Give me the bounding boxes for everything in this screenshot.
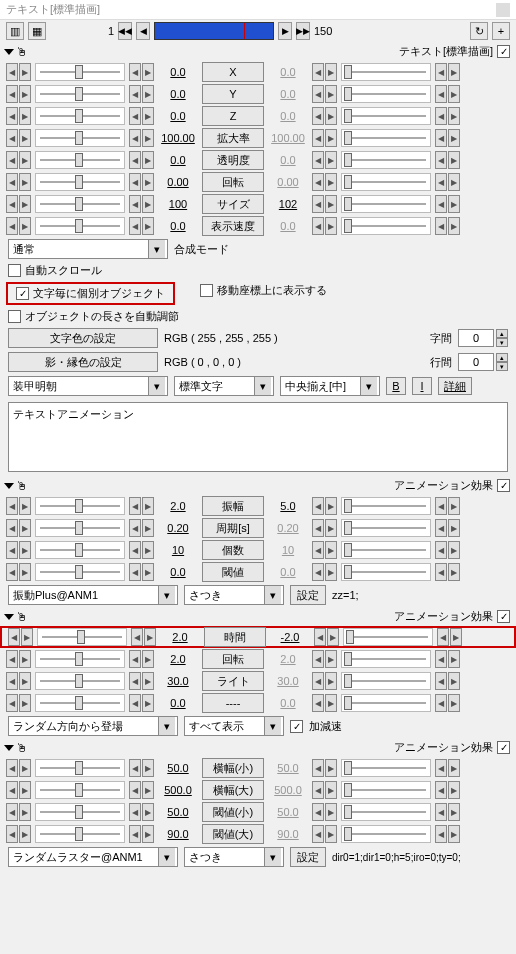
stepper-right[interactable]: ◀▶ <box>435 541 460 559</box>
slider-right[interactable] <box>341 151 431 169</box>
stepper-right-fine[interactable]: ◀▶ <box>312 107 337 125</box>
param-button[interactable]: ライト <box>202 671 264 691</box>
chartype-select[interactable]: 標準文字 <box>174 376 274 396</box>
slider-right[interactable] <box>341 650 431 668</box>
stepper-right-fine[interactable]: ◀▶ <box>312 519 337 537</box>
stepper-right[interactable]: ◀▶ <box>435 217 460 235</box>
value-left[interactable]: 90.0 <box>158 828 198 840</box>
value-right[interactable]: 0.0 <box>268 566 308 578</box>
param-button[interactable]: 透明度 <box>202 150 264 170</box>
section-text-enable[interactable] <box>497 45 510 58</box>
stepper-right-fine[interactable]: ◀▶ <box>312 173 337 191</box>
anim2-script-select[interactable]: ランダム方向から登場 <box>8 716 178 736</box>
spacing-input[interactable] <box>458 329 494 347</box>
stepper-right-fine[interactable]: ◀▶ <box>312 85 337 103</box>
stepper-right[interactable]: ◀▶ <box>435 803 460 821</box>
slider-left[interactable] <box>35 541 125 559</box>
param-button[interactable]: 横幅(大) <box>202 780 264 800</box>
value-right[interactable]: 0.20 <box>268 522 308 534</box>
value-right[interactable]: 0.0 <box>268 220 308 232</box>
slider-right[interactable] <box>341 541 431 559</box>
value-right[interactable]: 90.0 <box>268 828 308 840</box>
stepper-left-fine[interactable]: ◀▶ <box>129 825 154 843</box>
stepper-left-fine[interactable]: ◀▶ <box>129 85 154 103</box>
stepper-right[interactable]: ◀▶ <box>435 650 460 668</box>
anim3-settings-button[interactable]: 設定 <box>290 847 326 867</box>
stepper-right-fine[interactable]: ◀▶ <box>312 151 337 169</box>
param-button[interactable]: 横幅(小) <box>202 758 264 778</box>
stepper-right-fine[interactable]: ◀▶ <box>314 628 339 646</box>
param-button[interactable]: 周期[s] <box>202 518 264 538</box>
stepper-right[interactable]: ◀▶ <box>435 195 460 213</box>
stepper-left-fine[interactable]: ◀▶ <box>129 759 154 777</box>
param-button[interactable]: 表示速度 <box>202 216 264 236</box>
next-button[interactable]: ▶ <box>278 22 292 40</box>
collapse-icon[interactable] <box>4 49 14 55</box>
stepper-left-fine[interactable]: ◀▶ <box>129 173 154 191</box>
refresh-icon[interactable]: ↻ <box>470 22 488 40</box>
stepper-right-fine[interactable]: ◀▶ <box>312 129 337 147</box>
slider-left[interactable] <box>35 129 125 147</box>
param-button[interactable]: サイズ <box>202 194 264 214</box>
autolen-check[interactable] <box>8 310 21 323</box>
stepper-left[interactable]: ◀▶ <box>6 173 31 191</box>
slider-right[interactable] <box>341 563 431 581</box>
stepper-left[interactable]: ◀▶ <box>6 803 31 821</box>
value-left[interactable]: 2.0 <box>160 631 200 643</box>
value-right[interactable]: 102 <box>268 198 308 210</box>
stepper-left-fine[interactable]: ◀▶ <box>129 563 154 581</box>
anim1-settings-button[interactable]: 設定 <box>290 585 326 605</box>
stepper-left-fine[interactable]: ◀▶ <box>129 107 154 125</box>
value-left[interactable]: 100 <box>158 198 198 210</box>
value-left[interactable]: 0.0 <box>158 110 198 122</box>
slider-left[interactable] <box>35 195 125 213</box>
slider-left[interactable] <box>35 151 125 169</box>
text-input[interactable]: テキストアニメーション <box>8 402 508 472</box>
stepper-right[interactable]: ◀▶ <box>435 563 460 581</box>
stepper-left-fine[interactable]: ◀▶ <box>131 628 156 646</box>
stepper-right[interactable]: ◀▶ <box>435 151 460 169</box>
stepper-right-fine[interactable]: ◀▶ <box>312 650 337 668</box>
stepper-right-fine[interactable]: ◀▶ <box>312 63 337 81</box>
param-button[interactable]: 回転 <box>202 172 264 192</box>
prev-button[interactable]: ◀ <box>136 22 150 40</box>
slider-right[interactable] <box>341 173 431 191</box>
value-right[interactable]: 0.0 <box>268 66 308 78</box>
stepper-right[interactable]: ◀▶ <box>437 628 462 646</box>
bold-button[interactable]: B <box>386 377 406 395</box>
slider-right[interactable] <box>341 694 431 712</box>
anim1-author-select[interactable]: さつき <box>184 585 284 605</box>
value-left[interactable]: 0.0 <box>158 220 198 232</box>
detail-button[interactable]: 詳細 <box>438 377 472 395</box>
value-right[interactable]: -2.0 <box>270 631 310 643</box>
blend-mode-select[interactable]: 通常 <box>8 239 168 259</box>
slider-right[interactable] <box>341 63 431 81</box>
slider-left[interactable] <box>35 85 125 103</box>
value-left[interactable]: 0.0 <box>158 566 198 578</box>
stepper-left-fine[interactable]: ◀▶ <box>129 781 154 799</box>
value-right[interactable]: 10 <box>268 544 308 556</box>
value-left[interactable]: 0.00 <box>158 176 198 188</box>
slider-left[interactable] <box>35 519 125 537</box>
stepper-left[interactable]: ◀▶ <box>6 497 31 515</box>
param-button[interactable]: 時間 <box>204 627 266 647</box>
value-left[interactable]: 0.0 <box>158 66 198 78</box>
stepper-right[interactable]: ◀▶ <box>435 173 460 191</box>
stepper-right-fine[interactable]: ◀▶ <box>312 217 337 235</box>
stepper-right[interactable]: ◀▶ <box>435 129 460 147</box>
slider-right[interactable] <box>341 129 431 147</box>
value-left[interactable]: 2.0 <box>158 500 198 512</box>
param-button[interactable]: ---- <box>202 693 264 713</box>
stepper-left[interactable]: ◀▶ <box>8 628 33 646</box>
slider-right[interactable] <box>343 628 433 646</box>
stepper-left-fine[interactable]: ◀▶ <box>129 63 154 81</box>
slider-left[interactable] <box>35 759 125 777</box>
slider-left[interactable] <box>35 803 125 821</box>
param-button[interactable]: X <box>202 62 264 82</box>
slider-left[interactable] <box>35 217 125 235</box>
collapse-icon[interactable] <box>4 745 14 751</box>
param-button[interactable]: 閾値(小) <box>202 802 264 822</box>
slider-left[interactable] <box>35 781 125 799</box>
slider-right[interactable] <box>341 217 431 235</box>
param-button[interactable]: 閾値 <box>202 562 264 582</box>
